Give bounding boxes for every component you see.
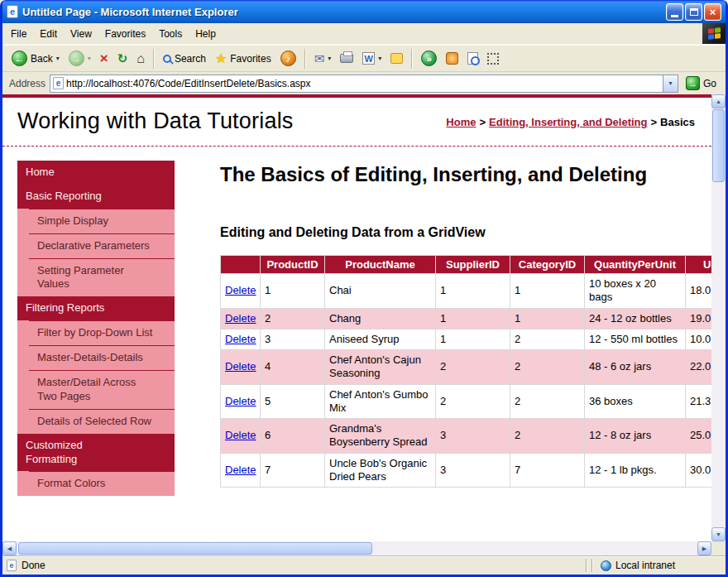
delete-link[interactable]: Delete <box>225 284 256 296</box>
address-dropdown-button[interactable]: ▾ <box>663 75 678 92</box>
menu-view[interactable]: View <box>64 25 98 43</box>
discuss-icon <box>390 53 403 64</box>
sidebar-item-setting-parameter-values[interactable]: Setting Parameter Values <box>29 258 175 297</box>
sidebar-item-declarative-parameters[interactable]: Declarative Parameters <box>29 233 175 258</box>
msn-button[interactable]: » <box>417 48 441 69</box>
address-label: Address <box>7 78 46 89</box>
sidebar-item-customized-formatting[interactable]: Customized Formatting <box>17 434 175 472</box>
scroll-down-button[interactable]: ▼ <box>711 527 726 541</box>
vertical-scroll-track[interactable] <box>711 108 726 527</box>
sidebar-item-basic-reporting[interactable]: Basic Reporting <box>17 185 175 209</box>
scroll-up-button[interactable]: ▲ <box>711 94 726 108</box>
breadcrumb-home-link[interactable]: Home <box>446 116 476 128</box>
home-button[interactable]: ⌂ <box>132 50 149 68</box>
back-dropdown-icon[interactable]: ▾ <box>56 55 60 62</box>
delete-link[interactable]: Delete <box>225 395 256 407</box>
discuss-button[interactable] <box>386 50 407 66</box>
research-button[interactable] <box>463 50 482 67</box>
breadcrumb-section-link[interactable]: Editing, Inserting, and Deleting <box>489 116 647 128</box>
title-bar[interactable]: e Untitled Page - Microsoft Internet Exp… <box>2 0 726 23</box>
breadcrumb-separator: > <box>647 116 660 128</box>
msn-icon: » <box>421 50 437 66</box>
sidebar-item-format-colors[interactable]: Format Colors <box>29 471 175 496</box>
messenger-icon <box>446 52 458 65</box>
cell-product-id: 4 <box>261 350 325 385</box>
vertical-scroll-thumb[interactable] <box>712 109 725 182</box>
scroll-left-button[interactable]: ◀ <box>2 541 17 555</box>
mail-icon: ✉ <box>314 52 325 65</box>
maximize-button[interactable] <box>685 3 702 21</box>
search-button[interactable]: Search <box>159 50 210 67</box>
forward-button[interactable]: → ▾ <box>65 48 95 69</box>
window-controls: × <box>666 3 721 21</box>
sidebar-item-details-of-selected-row[interactable]: Details of Selected Row <box>29 409 175 434</box>
media-button[interactable]: ♪ <box>276 48 300 69</box>
maximize-icon <box>690 8 698 16</box>
menu-help[interactable]: Help <box>189 25 223 43</box>
sidebar-item-filter-by-drop-down-list[interactable]: Filter by Drop-Down List <box>29 320 175 345</box>
column-header-supplierid: SupplierID <box>436 256 510 274</box>
sidebar-item-home[interactable]: Home <box>17 161 175 185</box>
sidebar-item-master-details-details[interactable]: Master-Details-Details <box>29 345 175 370</box>
delete-link[interactable]: Delete <box>225 360 256 373</box>
forward-dropdown-icon[interactable]: ▾ <box>88 55 91 62</box>
section-heading: Editing and Deleting Data from a GridVie… <box>220 225 711 240</box>
cell-category-id: 2 <box>510 419 585 454</box>
messenger-button[interactable] <box>442 50 462 67</box>
edit-button[interactable]: W ▾ <box>358 50 386 67</box>
delete-link[interactable]: Delete <box>225 333 256 345</box>
back-button[interactable]: ← Back ▾ <box>7 48 64 69</box>
refresh-button[interactable]: ↻ <box>113 50 132 67</box>
cell-product-id: 1 <box>261 274 325 309</box>
scroll-left-icon: ◀ <box>7 546 12 552</box>
stop-button[interactable]: × <box>96 49 113 68</box>
print-button[interactable] <box>336 51 357 65</box>
address-input[interactable] <box>66 78 660 89</box>
favorites-button[interactable]: ★ Favorites <box>211 50 275 68</box>
menu-favorites[interactable]: Favorites <box>98 25 152 43</box>
cell-product-id: 3 <box>261 329 325 349</box>
minimize-icon <box>671 15 678 17</box>
cell-supplier-id: 1 <box>436 308 510 329</box>
cell-product-name: Chai <box>325 274 436 309</box>
vertical-scrollbar[interactable]: ▲ ▼ <box>711 94 726 541</box>
cell-product-name: Grandma's Boysenberry Spread <box>325 419 436 454</box>
cell-quantity-per-unit: 36 boxes <box>585 384 686 419</box>
delete-link[interactable]: Delete <box>225 312 256 325</box>
refresh-icon: ↻ <box>117 52 128 65</box>
home-icon: ⌂ <box>136 52 145 65</box>
table-row: Delete 7 Uncle Bob's Organic Dried Pears… <box>221 453 712 488</box>
address-field[interactable]: e ▾ <box>50 75 678 93</box>
mail-button[interactable]: ✉ ▾ <box>310 50 336 67</box>
scroll-right-button[interactable]: ▶ <box>697 541 711 555</box>
sidebar-item-simple-display[interactable]: Simple Display <box>29 209 175 233</box>
minimize-button[interactable] <box>666 3 683 21</box>
mail-dropdown-icon[interactable]: ▾ <box>328 55 331 62</box>
go-button[interactable]: → Go <box>682 75 721 92</box>
horizontal-scroll-track[interactable] <box>17 541 697 555</box>
table-row: Delete 5 Chef Anton's Gumbo Mix 2 2 36 b… <box>221 384 712 419</box>
cell-quantity-per-unit: 12 - 1 lb pkgs. <box>585 453 686 488</box>
edit-dropdown-icon[interactable]: ▾ <box>378 55 381 62</box>
menu-edit[interactable]: Edit <box>33 25 64 43</box>
horizontal-scroll-thumb[interactable] <box>18 542 372 555</box>
stop-icon: × <box>100 51 108 65</box>
delete-link[interactable]: Delete <box>225 464 256 476</box>
ie-page-icon: e <box>7 5 18 18</box>
menu-tools[interactable]: Tools <box>152 25 189 43</box>
scroll-down-icon: ▼ <box>716 531 721 537</box>
delete-link[interactable]: Delete <box>225 429 256 441</box>
close-button[interactable]: × <box>704 3 721 21</box>
sidebar-item-master-detail-two-pages[interactable]: Master/Detail Across Two Pages <box>29 370 175 409</box>
cell-product-name: Chef Anton's Gumbo Mix <box>325 384 436 419</box>
favorites-icon: ★ <box>215 52 227 65</box>
horizontal-scrollbar[interactable]: ◀ ▶ <box>2 541 726 555</box>
column-header-unitprice: UnitPrice <box>686 256 712 274</box>
sidebar-item-filtering-reports[interactable]: Filtering Reports <box>17 296 175 320</box>
cell-category-id: 2 <box>510 329 585 349</box>
menu-file[interactable]: File <box>4 25 33 43</box>
grid-button[interactable] <box>483 50 503 67</box>
cell-quantity-per-unit: 24 - 12 oz bottles <box>585 308 686 329</box>
cell-product-name: Uncle Bob's Organic Dried Pears <box>325 453 436 488</box>
column-header-quantityperunit: QuantityPerUnit <box>585 256 686 274</box>
